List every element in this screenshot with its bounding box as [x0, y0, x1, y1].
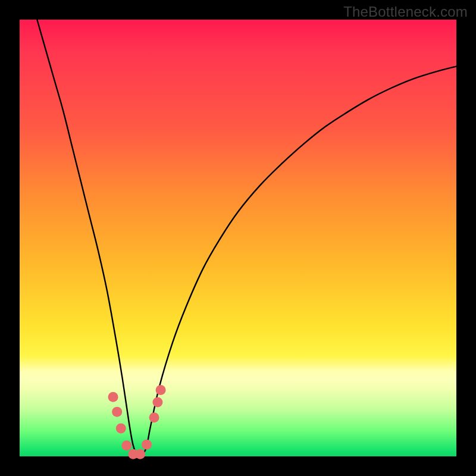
marker-dot — [116, 424, 126, 434]
marker-dot — [156, 385, 166, 395]
chart-frame: TheBottleneck.com — [0, 0, 476, 476]
watermark-text: TheBottleneck.com — [343, 4, 468, 20]
marker-dot — [135, 449, 145, 459]
plot-area — [20, 20, 456, 456]
chart-svg — [20, 20, 456, 456]
bottleneck-curve — [37, 20, 456, 455]
marker-dot — [108, 392, 118, 402]
marker-dot — [112, 407, 122, 417]
marker-dot — [152, 397, 162, 407]
marker-dot — [149, 412, 159, 422]
marker-dot — [121, 440, 131, 450]
marker-dot — [142, 440, 152, 450]
